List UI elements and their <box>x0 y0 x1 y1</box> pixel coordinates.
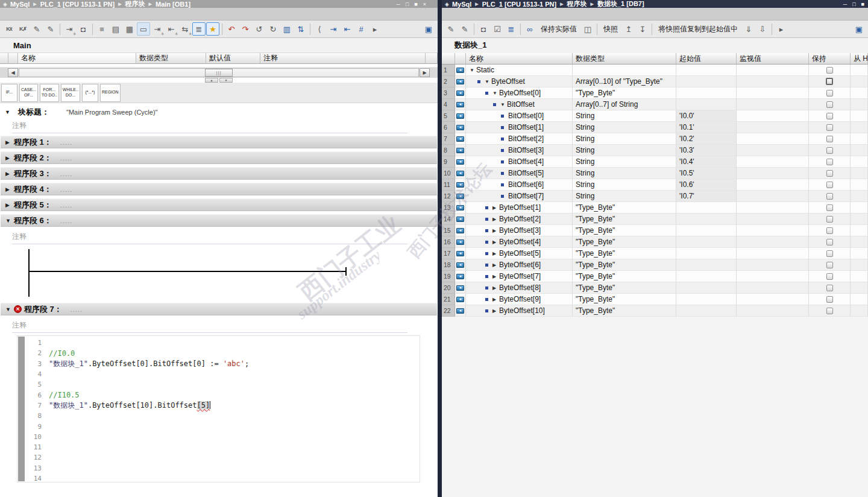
block-title-value[interactable]: "Main Program Sweep (Cycle)" <box>66 109 157 116</box>
table-row[interactable]: 18◄▶ByteOffset[6]"Type_Byte" <box>442 259 868 271</box>
table-row[interactable]: 11◄BitOffset[6]String'I0.6' <box>442 179 868 191</box>
undo-icon[interactable]: ↺ <box>253 22 266 36</box>
scrollbar-thumb[interactable]: ||| <box>205 69 233 77</box>
retain-checkbox[interactable] <box>826 216 833 223</box>
start-value-cell[interactable]: 'I0.6' <box>676 179 737 191</box>
compare-icon[interactable]: ▥ <box>280 22 294 36</box>
column-header-3[interactable]: 起始值 <box>676 53 737 65</box>
datatype-cell[interactable]: Array[0..10] of "Type_Byte" <box>573 76 676 87</box>
retain-checkbox[interactable] <box>826 239 833 245</box>
code-line[interactable]: 3"数据块_1".ByteOffset[0].BitOffset[0] := '… <box>26 359 418 369</box>
retain-cell[interactable] <box>809 110 851 122</box>
table-row[interactable]: 7◄BitOffset[2]String'I0.2' <box>442 133 868 145</box>
retain-checkbox[interactable] <box>826 113 833 119</box>
datatype-cell[interactable]: String <box>573 156 676 168</box>
retain-cell[interactable] <box>809 202 851 214</box>
retain-checkbox[interactable] <box>826 296 833 303</box>
column-header-2[interactable]: 数据类型 <box>573 53 676 65</box>
scroll-left-icon[interactable]: ◀ <box>8 68 18 77</box>
chevron-right-icon[interactable]: ▶ <box>492 228 499 233</box>
statement-list-icon[interactable]: ≣ <box>192 22 206 36</box>
next-error-icon[interactable]: ↷ <box>239 22 252 36</box>
snippet-button[interactable]: CASE...OF... <box>19 84 38 102</box>
close-branch-icon[interactable]: ⇥ <box>327 22 340 36</box>
datatype-cell[interactable]: String <box>573 179 676 191</box>
retain-cell[interactable] <box>809 225 851 236</box>
hmi-cell[interactable] <box>851 259 868 271</box>
retain-checkbox[interactable] <box>826 308 833 314</box>
breadcrumb-item[interactable]: 程序块 <box>125 0 145 8</box>
monitor-value-cell[interactable] <box>737 191 809 202</box>
window-divider[interactable] <box>438 0 442 497</box>
chevron-down-icon[interactable]: ▼ <box>5 109 13 115</box>
name-cell[interactable]: ▶ByteOffset[9] <box>466 294 573 305</box>
hmi-cell[interactable] <box>851 305 868 317</box>
table-row[interactable]: 21◄▶ByteOffset[9]"Type_Byte" <box>442 294 868 305</box>
name-cell[interactable]: ▶ByteOffset[4] <box>466 236 573 248</box>
retain-checkbox[interactable] <box>826 250 833 257</box>
network-title-placeholder[interactable]: ..... <box>62 306 83 313</box>
name-cell[interactable]: ▼ByteOffset[0] <box>466 87 573 99</box>
chevron-right-icon[interactable]: ▶ <box>1 155 14 161</box>
table-row[interactable]: 22◄▶ByteOffset[10]"Type_Byte" <box>442 305 868 317</box>
chevron-right-icon[interactable]: ▶ <box>492 285 499 291</box>
edit-start-values-icon[interactable]: ☑ <box>491 22 504 36</box>
monitor-value-cell[interactable] <box>737 145 809 156</box>
retain-cell[interactable] <box>809 191 851 202</box>
datatype-cell[interactable]: "Type_Byte" <box>573 271 676 282</box>
monitor-all-icon[interactable]: ∞ <box>523 22 536 36</box>
name-cell[interactable]: ▼Static <box>466 65 573 76</box>
table-row[interactable]: 8◄BitOffset[3]String'I0.3' <box>442 145 868 156</box>
swap-operand-icon[interactable]: ⇆± <box>178 22 192 36</box>
snapshot-icon[interactable]: ◫ <box>581 22 594 36</box>
column-header-2[interactable]: 数据类型 <box>136 52 206 64</box>
monitor-operand-icon[interactable]: Kẍ <box>2 22 16 36</box>
monitor-value-cell[interactable] <box>737 305 809 317</box>
table-row[interactable]: 3◄▼ByteOffset[0]"Type_Byte" <box>442 87 868 99</box>
monitor-value-cell[interactable] <box>737 294 809 305</box>
datatype-cell[interactable]: String <box>573 145 676 156</box>
retain-checkbox[interactable] <box>826 67 833 74</box>
hmi-cell[interactable] <box>851 294 868 305</box>
horizontal-scrollbar[interactable]: ◀ ||| ▶ <box>0 68 438 78</box>
code-line[interactable]: 9 <box>26 421 418 431</box>
retain-cell[interactable] <box>809 282 851 294</box>
code-line[interactable]: 6//I10.5 <box>26 390 418 400</box>
retain-cell[interactable] <box>809 133 851 145</box>
datatype-cell[interactable]: Array[0..7] of String <box>573 99 676 110</box>
chevron-right-icon[interactable]: ▶ <box>1 171 14 177</box>
hmi-cell[interactable] <box>851 282 868 294</box>
expand-members-icon[interactable]: ≣ <box>505 22 518 36</box>
toolbar-overflow-icon[interactable]: ▸ <box>368 22 382 36</box>
start-value-cell[interactable]: 'I0.4' <box>676 156 737 168</box>
name-cell[interactable]: ▼ByteOffset <box>466 76 573 87</box>
column-header-4[interactable]: 监视值 <box>737 53 809 65</box>
chevron-right-icon[interactable]: ▶ <box>492 297 499 302</box>
hmi-cell[interactable] <box>851 133 868 145</box>
table-row[interactable]: 6◄BitOffset[1]String'I0.1' <box>442 122 868 133</box>
code-line[interactable]: 1 <box>26 338 418 348</box>
start-value-cell[interactable] <box>676 294 737 305</box>
retain-checkbox[interactable] <box>826 136 833 142</box>
retain-cell[interactable] <box>809 76 851 87</box>
retain-checkbox[interactable] <box>826 78 833 85</box>
insert-row-icon[interactable]: ✎ <box>444 22 458 36</box>
name-cell[interactable]: ▶ByteOffset[7] <box>466 271 573 282</box>
retain-cell[interactable] <box>809 248 851 259</box>
favorites-star-icon[interactable]: ★ <box>206 22 219 36</box>
code-line[interactable]: 10 <box>26 432 418 442</box>
hmi-cell[interactable] <box>851 65 868 76</box>
hmi-cell[interactable] <box>851 202 868 214</box>
hmi-cell[interactable] <box>851 122 868 133</box>
hmi-cell[interactable] <box>851 271 868 282</box>
monitor-value-cell[interactable] <box>737 259 809 271</box>
modify-operand-icon[interactable]: K✗ <box>16 22 30 36</box>
network-header[interactable]: ▼程序段 6：..... <box>1 214 437 227</box>
monitor-value-cell[interactable] <box>737 65 809 76</box>
monitor-value-cell[interactable] <box>737 248 809 259</box>
chevron-right-icon[interactable]: ▶ <box>1 139 14 145</box>
code-line[interactable]: 7"数据块_1".ByteOffset[10].BitOffset[5] <box>26 400 418 411</box>
retain-cell[interactable] <box>809 294 851 305</box>
code-line[interactable]: 13 <box>26 463 418 473</box>
datatype-cell[interactable]: "Type_Byte" <box>573 259 676 271</box>
